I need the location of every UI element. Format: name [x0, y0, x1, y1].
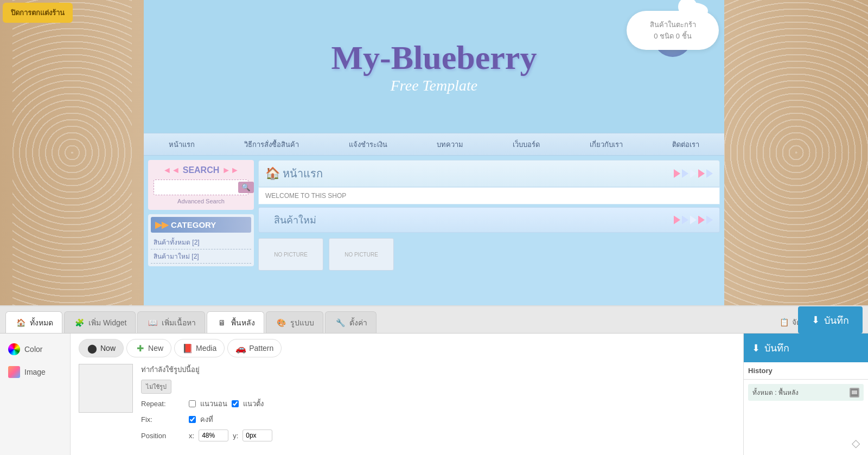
- tab-bar: 🏠 ทั้งหมด 🧩 เพิ่ม Widget 📖 เพิ่มเนื้อหา …: [0, 306, 868, 334]
- cart-items: 0 ชนิด 0 ชิ้น: [637, 30, 708, 42]
- now-tab-icon: ⬤: [87, 343, 98, 354]
- fix-label: Fix:: [141, 415, 184, 424]
- cart-widget: สินค้าในตะกร้า 0 ชนิด 0 ชิ้น: [627, 11, 719, 50]
- tool-image-label: Image: [24, 368, 46, 376]
- pattern-settings: ท่ากำลังใช้รูปปนี้อยู่ ไม่ใช้รูป Repeat:…: [79, 364, 735, 446]
- website-preview: ปิดการตกแต่งร้าน My-Blueberry Free Templ…: [0, 0, 868, 305]
- home-tab-icon: 🏠: [15, 317, 27, 329]
- repeat-row: Repeat: แนวนอน แนวตั้ง: [141, 398, 735, 409]
- nav-home[interactable]: หน้าแรก: [163, 136, 200, 153]
- site-header: My-Blueberry Free Template สินค้าในตะกร้…: [144, 0, 724, 133]
- sub-tab-pattern-label: Pattern: [249, 344, 273, 353]
- position-row: Position x: y:: [141, 430, 735, 441]
- tab-content-area: Color Image ⬤ Now ✚ New 📕: [0, 334, 868, 455]
- tab-widget[interactable]: 🧩 เพิ่ม Widget: [64, 311, 136, 333]
- history-panel: ⬇ บันทึก History ทั้งหมด : พื้นหลัง ◇: [743, 334, 868, 455]
- category-box: ▶▶ CATEGORY สินค้าทั้งหมด [2] สินค้ามาให…: [148, 214, 254, 266]
- sub-tab-now-label: Now: [100, 344, 116, 353]
- nav-payment[interactable]: แจ้งชำระเงิน: [343, 136, 393, 153]
- close-shop-button[interactable]: ปิดการตกแต่งร้าน: [3, 3, 73, 23]
- nav-about[interactable]: เกี่ยวกับเรา: [584, 136, 628, 153]
- search-input[interactable]: [157, 184, 238, 191]
- sub-tab-media[interactable]: 📕 Media: [174, 339, 225, 357]
- save-button[interactable]: ⬇ บันทึก: [798, 306, 863, 334]
- position-y-input[interactable]: [242, 430, 272, 441]
- sub-tab-new-label: New: [148, 344, 163, 353]
- cart-cloud: สินค้าในตะกร้า 0 ชนิด 0 ชิ้น: [627, 11, 719, 50]
- tab-settings-label: ตั้งค่า: [349, 317, 367, 329]
- search-input-row[interactable]: 🔍: [154, 180, 248, 195]
- site-title: My-Blueberry Free Template: [331, 39, 537, 94]
- repeat-horizontal-checkbox[interactable]: [189, 400, 196, 407]
- tool-image-item[interactable]: Image: [0, 361, 70, 383]
- breadcrumb-bar: 🏠 หน้าแรก: [258, 160, 720, 187]
- history-header: ⬇ บันทึก: [744, 334, 868, 362]
- preview-content: My-Blueberry Free Template สินค้าในตะกร้…: [144, 0, 724, 305]
- advanced-search-link[interactable]: Advanced Search: [154, 198, 248, 204]
- search-title: ◄◄ SEARCH ►►: [154, 165, 248, 175]
- tab-settings[interactable]: 🔧 ตั้งค่า: [325, 311, 376, 333]
- nav-board[interactable]: เว็บบอร์ด: [507, 136, 545, 153]
- position-x-label: x:: [189, 432, 194, 440]
- fix-checkbox[interactable]: [189, 416, 196, 423]
- title-my: My-: [331, 39, 391, 76]
- history-section-title: History: [744, 362, 868, 380]
- no-image-button[interactable]: ไม่ใช้รูป: [141, 380, 171, 394]
- save-btn-area: ⬇ บันทึก: [798, 306, 868, 334]
- category-title: ▶▶ CATEGORY: [151, 217, 251, 233]
- position-x-input[interactable]: [199, 430, 228, 441]
- tool-color-item[interactable]: Color: [0, 338, 70, 361]
- right-border: [724, 0, 868, 305]
- history-title: บันทึก: [764, 340, 789, 356]
- history-item-icon: [850, 388, 859, 398]
- pattern-options: ท่ากำลังใช้รูปปนี้อยู่ ไม่ใช้รูป Repeat:…: [141, 364, 735, 446]
- save-label: บันทึก: [824, 312, 849, 328]
- tab-design-label: รูปแบบ: [290, 317, 314, 329]
- search-button[interactable]: 🔍: [238, 182, 254, 193]
- nav-order[interactable]: วิธีการสั่งซื้อสินค้า: [239, 136, 304, 153]
- sub-tab-pattern[interactable]: 🚗 Pattern: [227, 339, 282, 357]
- preview-sidebar: ◄◄ SEARCH ►► 🔍 Advanced Search ▶▶ CATEGO…: [148, 160, 254, 305]
- nav-article[interactable]: บทความ: [431, 136, 469, 153]
- main-content-area: 🏠 หน้าแรก WELCOME TO THIS SHOP: [258, 160, 720, 305]
- category-item-all[interactable]: สินค้าทั้งหมด [2]: [151, 235, 251, 249]
- manage-pages-icon: 📋: [780, 318, 789, 326]
- category-item-new[interactable]: สินค้ามาใหม่ [2]: [151, 249, 251, 264]
- pattern-preview: [79, 364, 133, 413]
- history-content: ทั้งหมด : พื้นหลัง: [744, 380, 868, 405]
- product-thumb-2[interactable]: NO PICTURE: [329, 238, 394, 271]
- wrench-tab-icon: 🔧: [334, 317, 346, 329]
- tab-all[interactable]: 🏠 ทั้งหมด: [5, 311, 62, 333]
- history-item-1[interactable]: ทั้งหมด : พื้นหลัง: [748, 384, 864, 401]
- position-label: Position: [141, 432, 184, 440]
- nav-contact[interactable]: ติดต่อเรา: [667, 136, 705, 153]
- position-y-label: y:: [233, 432, 238, 440]
- product-thumb-1[interactable]: NO PICTURE: [258, 238, 323, 271]
- media-tab-icon: 📕: [182, 343, 193, 354]
- tab-content[interactable]: 📖 เพิ่มเนื้อหา: [137, 311, 205, 333]
- puzzle-tab-icon: 🧩: [73, 317, 85, 329]
- repeat-vertical-checkbox[interactable]: [232, 400, 239, 407]
- repeat-vertical-label: แนวตั้ง: [243, 398, 264, 409]
- no-image-row: ไม่ใช้รูป: [141, 380, 735, 394]
- nav-bar: หน้าแรก วิธีการสั่งซื้อสินค้า แจ้งชำระเง…: [144, 133, 724, 156]
- new-products-header: สินค้าใหม่: [258, 207, 720, 233]
- new-tab-icon: ✚: [135, 343, 145, 354]
- tab-background[interactable]: 🖥 พื้นหลัง: [207, 311, 264, 333]
- tab-background-label: พื้นหลัง: [231, 317, 255, 329]
- preview-body: ◄◄ SEARCH ►► 🔍 Advanced Search ▶▶ CATEGO…: [144, 156, 724, 305]
- sub-tab-now[interactable]: ⬤ Now: [79, 339, 124, 357]
- new-products-flags: [674, 216, 713, 225]
- settings-info-label: ท่ากำลังใช้รูปปนี้อยู่: [141, 364, 200, 375]
- tab-design[interactable]: 🎨 รูปแบบ: [266, 311, 323, 333]
- book-tab-icon: 📖: [146, 317, 158, 329]
- fix-value: คงที่: [200, 414, 213, 425]
- history-item-label: ทั้งหมด : พื้นหลัง: [752, 387, 799, 398]
- sub-tab-media-label: Media: [196, 344, 216, 353]
- sub-tab-new[interactable]: ✚ New: [126, 339, 171, 357]
- breadcrumb-text: หน้าแรก: [283, 165, 323, 182]
- monitor-tab-icon: 🖥: [216, 317, 228, 329]
- color-wheel-icon: [8, 343, 20, 355]
- tool-main-panel: ⬤ Now ✚ New 📕 Media 🚗 Pattern: [71, 334, 743, 455]
- diamond-icon[interactable]: ◇: [849, 436, 863, 450]
